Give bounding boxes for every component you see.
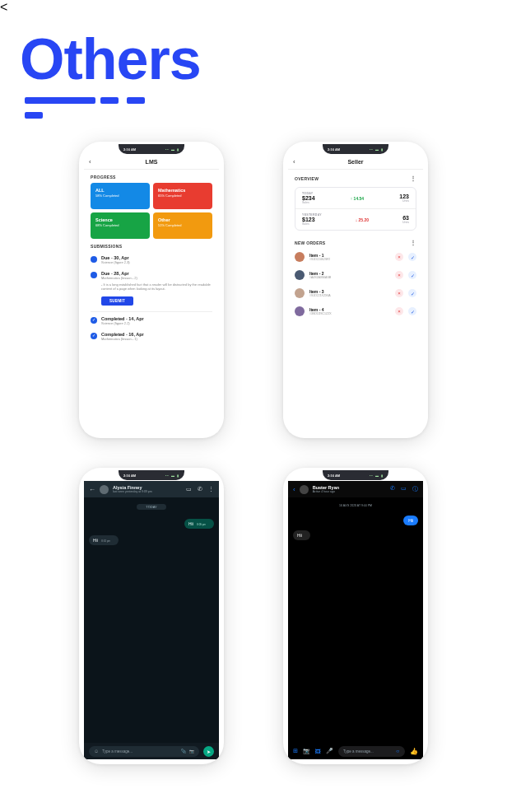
order-item[interactable]: Item - 4 #3SD1DSC1ZZX × ✓: [295, 302, 416, 320]
back-icon[interactable]: ←: [89, 486, 95, 493]
message-incoming[interactable]: Hii: [293, 530, 310, 540]
sales-value: $234: [302, 195, 315, 201]
accept-icon[interactable]: ✓: [408, 271, 416, 279]
back-icon[interactable]: ‹: [89, 158, 91, 166]
status-dot-icon: [91, 256, 97, 263]
units-value: 123: [399, 194, 409, 199]
sales-label: Sales: [302, 201, 315, 204]
message-text: Hii: [408, 518, 413, 523]
voice-call-icon[interactable]: ✆: [198, 486, 202, 492]
like-button[interactable]: 👍: [410, 748, 418, 755]
check-icon: [91, 317, 97, 324]
active-status: Active 4 hour ago: [313, 490, 339, 493]
video-call-icon[interactable]: ▭: [401, 485, 407, 493]
order-item[interactable]: Item - 2 #A4S1A3S6ASB × ✓: [295, 266, 416, 284]
reject-icon[interactable]: ×: [395, 271, 403, 279]
emoji-icon[interactable]: ☺: [395, 749, 400, 754]
mockup-messenger-chat: 2:16 AM •• ▬ ▮ ‹ Buster Ryan Active 4 ho…: [283, 468, 428, 764]
mockup-lms: 2:16 AM •• ▬ ▮ ‹ LMS PROGRESS ALL 58% Co…: [79, 142, 224, 438]
overview-label: OVERVIEW: [295, 176, 319, 181]
divider: [91, 311, 212, 312]
submission-item[interactable]: Due - 28, Apr Mathematics (lesson - 2) -…: [91, 268, 212, 309]
input-placeholder: Type a message...: [102, 749, 133, 754]
voice-call-icon[interactable]: ✆: [390, 485, 395, 493]
accept-icon[interactable]: ✓: [408, 307, 416, 315]
card-title: Other: [158, 217, 207, 222]
order-hash: #S1D221XZX6A: [309, 294, 390, 297]
card-title: ALL: [95, 188, 145, 193]
apps-icon[interactable]: ⊞: [293, 748, 298, 754]
status-icons: •• ▬ ▮: [165, 474, 179, 478]
status-time: 2:16 AM: [123, 474, 136, 478]
last-seen: last seen yesterday at 9:09 pm: [113, 490, 152, 493]
mockup-whatsapp-chat: 2:16 AM •• ▬ ▮ ← Alysia Finney last seen…: [79, 468, 224, 764]
card-subtitle: 68% Completed: [95, 223, 145, 227]
gallery-icon[interactable]: 🖼: [315, 749, 321, 754]
back-icon[interactable]: ‹: [293, 486, 295, 493]
status-time: 2:16 AM: [123, 147, 136, 152]
units-label: Units: [399, 199, 409, 203]
reject-icon[interactable]: ×: [395, 307, 403, 315]
order-item[interactable]: Item - 3 #S1D221XZX6A × ✓: [295, 284, 416, 302]
avatar[interactable]: [100, 485, 109, 494]
message-outgoing[interactable]: Hii: [403, 516, 418, 525]
avatar: [295, 306, 305, 316]
notch: 2:16 AM •• ▬ ▮: [323, 470, 388, 480]
sales-value: $123: [302, 217, 322, 222]
more-icon[interactable]: ⋮: [208, 486, 214, 492]
back-icon[interactable]: ‹: [293, 158, 295, 166]
delta-up: ↑ 14.54: [351, 196, 364, 201]
card-subtitle: 51% Completed: [158, 223, 207, 227]
video-call-icon[interactable]: ▭: [186, 486, 192, 492]
message-text: Hii: [297, 533, 302, 538]
message-time: 8:09 pm: [197, 523, 206, 526]
send-button[interactable]: ➤: [203, 746, 214, 757]
mic-icon[interactable]: 🎤: [326, 748, 333, 754]
reject-icon[interactable]: ×: [395, 253, 403, 261]
message-incoming[interactable]: Hii 8:10 pm: [89, 535, 119, 545]
notch: 2:16 AM •• ▬ ▮: [119, 470, 184, 480]
order-item[interactable]: Item - 1 #S1D224S2SF2 × ✓: [295, 248, 416, 266]
reject-icon[interactable]: ×: [395, 289, 403, 297]
status-time: 2:16 AM: [328, 474, 340, 478]
submission-item[interactable]: Due - 30, Apr Science (figure 2.3): [91, 252, 212, 268]
more-icon[interactable]: ⋮: [410, 175, 416, 182]
info-icon[interactable]: ⓘ: [412, 485, 418, 493]
status-icons: •• ▬ ▮: [370, 147, 384, 152]
submit-button[interactable]: SUBMIT: [101, 296, 133, 306]
progress-card-other[interactable]: Other 51% Completed: [153, 212, 212, 239]
check-icon: [91, 333, 97, 339]
message-input[interactable]: Type a message... ☺: [338, 746, 405, 757]
notch: 2:16 AM •• ▬ ▮: [119, 144, 184, 154]
page-title: Others: [20, 26, 201, 92]
submission-item[interactable]: Completed - 14, Apr Science (figure 2.2): [91, 313, 212, 329]
notch: 2:16 AM •• ▬ ▮: [323, 144, 388, 154]
camera-icon[interactable]: 📷: [303, 748, 310, 754]
status-dot-icon: [91, 272, 97, 278]
more-icon[interactable]: ⋮: [410, 239, 416, 246]
camera-icon[interactable]: 📷: [189, 749, 194, 754]
submissions-label: SUBMISSIONS: [84, 239, 219, 252]
units-label: Units: [402, 221, 409, 224]
accept-icon[interactable]: ✓: [408, 253, 416, 261]
order-hash: #S1D224S2SF2: [309, 258, 390, 261]
submission-item[interactable]: Completed - 16, Apr Mathematics (lesson …: [91, 329, 212, 344]
message-outgoing[interactable]: Hii 8:09 pm: [184, 519, 214, 529]
attach-icon[interactable]: 📎: [181, 749, 186, 754]
submission-meta: Mathematics (lesson - 1): [101, 337, 212, 341]
avatar[interactable]: [300, 485, 309, 494]
progress-card-science[interactable]: Science 68% Completed: [91, 212, 150, 239]
neworders-label: NEW ORDERS: [295, 240, 325, 245]
status-icons: •• ▬ ▮: [370, 474, 384, 478]
message-input[interactable]: ☺ Type a message... 📎 📷: [89, 746, 199, 757]
message-text: Hii: [188, 521, 193, 526]
input-placeholder: Type a message...: [343, 749, 374, 754]
accept-icon[interactable]: ✓: [408, 289, 416, 297]
submission-meta: Mathematics (lesson - 2): [101, 276, 212, 280]
message-text: Hii: [93, 538, 98, 543]
emoji-icon[interactable]: ☺: [94, 749, 99, 754]
progress-card-math[interactable]: Mathematics 65% Completed: [153, 183, 212, 209]
progress-card-all[interactable]: ALL 58% Completed: [91, 183, 150, 209]
units-value: 63: [402, 215, 409, 221]
submission-meta: Science (figure 2.2): [101, 321, 212, 325]
